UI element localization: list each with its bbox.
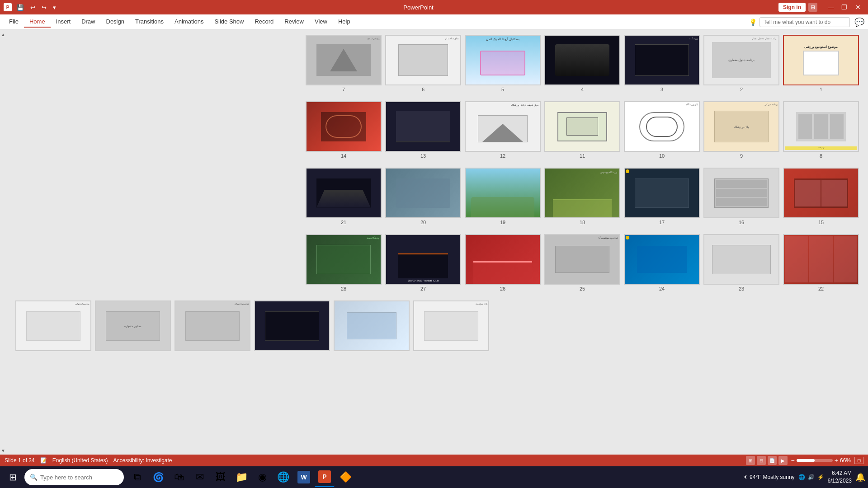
- language-indicator[interactable]: English (United States): [52, 457, 108, 464]
- tab-home[interactable]: Home: [24, 16, 51, 28]
- customize-quick-access[interactable]: ▾: [51, 3, 58, 12]
- tab-help[interactable]: Help: [333, 16, 356, 28]
- taskbar-app-edge[interactable]: 🌀: [148, 467, 168, 487]
- slide-thumb-10[interactable]: پلان ورزشگاه: [624, 101, 700, 152]
- slide-thumb-21[interactable]: [306, 168, 382, 218]
- close-button[interactable]: ✕: [852, 2, 864, 13]
- slide-item-20[interactable]: 20: [385, 168, 461, 225]
- slide-thumb-8[interactable]: توضیحات: [783, 101, 859, 152]
- tab-design[interactable]: Design: [101, 16, 130, 28]
- slide-item-4[interactable]: 4: [544, 35, 620, 92]
- notification-center-button[interactable]: 🔔: [855, 472, 865, 482]
- comment-button[interactable]: 💬: [854, 17, 864, 27]
- slide-grid[interactable]: موضوع استودیوم ورزشی 1 برنامه جدول معمار…: [6, 30, 868, 455]
- reading-view-icon[interactable]: 📄: [768, 456, 777, 465]
- slide-thumb-9[interactable]: پلان ورزشگاه برنامه فیزیکی: [703, 101, 779, 152]
- slide-thumb-14[interactable]: [306, 101, 382, 152]
- slide-item-27[interactable]: JUVENTUS Football Club 27: [385, 234, 461, 291]
- start-button[interactable]: ⊞: [3, 467, 23, 487]
- slide-thumb-15[interactable]: [783, 168, 859, 218]
- slide-thumb-3[interactable]: ورزشگاه: [624, 35, 700, 85]
- restore-button[interactable]: ❐: [838, 2, 851, 13]
- slide-item-7[interactable]: پوشش سقف 7: [306, 35, 382, 92]
- taskbar-app-arc[interactable]: 🌐: [273, 467, 293, 487]
- slide-thumb-25[interactable]: استادیوم یوونتوس آنا: [544, 234, 620, 285]
- slide-item-5[interactable]: بسکتبال آزو تا المپیک لندن 5: [465, 35, 541, 92]
- slide-thumb-5[interactable]: بسکتبال آزو تا المپیک لندن: [465, 35, 541, 85]
- slide-thumb-32[interactable]: نمای ساختمان: [175, 300, 250, 351]
- tab-slideshow[interactable]: Slide Show: [209, 16, 249, 28]
- slide-thumb-6[interactable]: نمای ساختمان: [385, 35, 461, 85]
- slide-thumb-28[interactable]: ورزشگاه سبز: [306, 234, 382, 285]
- slide-thumb-22[interactable]: [783, 234, 859, 285]
- slide-item-13[interactable]: 13: [385, 101, 461, 159]
- slide-thumb-30[interactable]: [334, 300, 410, 351]
- tell-me-input[interactable]: [760, 17, 850, 27]
- slide-item-34[interactable]: محاسبات نهایی: [15, 300, 91, 351]
- ribbon-display-options[interactable]: ⊟: [808, 3, 817, 12]
- slide-thumb-23[interactable]: [703, 234, 779, 285]
- slide-thumb-31[interactable]: [254, 300, 330, 351]
- network-icon[interactable]: 🌐: [798, 474, 805, 480]
- slide-item-26[interactable]: 26: [465, 234, 541, 291]
- slide-thumb-29[interactable]: پلان موقعیت: [413, 300, 489, 351]
- slide-thumb-13[interactable]: [385, 101, 461, 152]
- accessibility-indicator[interactable]: Accessibility: Investigate: [113, 457, 172, 464]
- slide-thumb-19[interactable]: [465, 168, 541, 218]
- slide-item-8[interactable]: توضیحات 8: [783, 101, 859, 159]
- taskbar-app-chrome[interactable]: ◉: [252, 467, 272, 487]
- taskbar-app-vlc[interactable]: 🔶: [335, 467, 355, 487]
- minimize-button[interactable]: —: [825, 2, 837, 13]
- tab-insert[interactable]: Insert: [51, 16, 76, 28]
- tab-view[interactable]: View: [309, 16, 333, 28]
- zoom-in-button[interactable]: +: [835, 457, 838, 464]
- slide-thumb-18[interactable]: ورزشگاه یوونتوس: [544, 168, 620, 218]
- tab-file[interactable]: File: [4, 16, 24, 28]
- taskbar-app-powerpoint[interactable]: P: [315, 467, 335, 487]
- slide-item-12[interactable]: برش عرضی از داخل ورزشگاه 12: [465, 101, 541, 159]
- slide-item-25[interactable]: استادیوم یوونتوس آنا 25: [544, 234, 620, 291]
- slide-thumb-27[interactable]: JUVENTUS Football Club: [385, 234, 461, 285]
- tab-draw[interactable]: Draw: [76, 16, 100, 28]
- slide-thumb-20[interactable]: [385, 168, 461, 218]
- zoom-slider[interactable]: [797, 459, 833, 462]
- slide-item-2[interactable]: برنامه جدول معماری برنامه مجمل مجمل مجمل…: [703, 35, 779, 92]
- slide-item-9[interactable]: پلان ورزشگاه برنامه فیزیکی 9: [703, 101, 779, 159]
- slide-item-11[interactable]: 11: [544, 101, 620, 159]
- slide-thumb-17[interactable]: [624, 168, 700, 218]
- presenter-view-icon[interactable]: ▶: [778, 456, 788, 465]
- slide-item-6[interactable]: نمای ساختمان 6: [385, 35, 461, 92]
- search-bar[interactable]: 🔍: [24, 469, 124, 485]
- slide-item-21[interactable]: 21: [306, 168, 382, 225]
- fit-slide-button[interactable]: ⊡: [854, 457, 863, 464]
- taskbar-app-photos[interactable]: 🖼: [211, 467, 231, 487]
- slide-thumb-33[interactable]: تصاویر ماهواره: [95, 300, 171, 351]
- slide-item-24[interactable]: 24: [624, 234, 700, 291]
- slide-item-23[interactable]: 23: [703, 234, 779, 291]
- slide-item-14[interactable]: 14: [306, 101, 382, 159]
- scroll-down-arrow[interactable]: ▼: [0, 447, 6, 454]
- taskbar-app-task-view[interactable]: ⧉: [127, 467, 147, 487]
- normal-view-icon[interactable]: ⊞: [746, 456, 755, 465]
- slide-thumb-7[interactable]: پوشش سقف: [306, 35, 382, 85]
- slide-item-22[interactable]: 22: [783, 234, 859, 291]
- slide-thumb-2[interactable]: برنامه جدول معماری برنامه مجمل مجمل مجمل: [703, 35, 779, 85]
- slide-item-33[interactable]: تصاویر ماهواره: [95, 300, 171, 351]
- undo-button[interactable]: ↩: [28, 3, 38, 12]
- slide-item-28[interactable]: ورزشگاه سبز 28: [306, 234, 382, 291]
- slide-item-15[interactable]: 15: [783, 168, 859, 225]
- slide-item-30[interactable]: [334, 300, 410, 351]
- slide-thumb-11[interactable]: [544, 101, 620, 152]
- taskbar-app-mail[interactable]: ✉: [190, 467, 210, 487]
- search-input[interactable]: [40, 474, 118, 481]
- zoom-out-button[interactable]: −: [791, 457, 795, 464]
- slide-item-19[interactable]: 19: [465, 168, 541, 225]
- slide-sorter-icon[interactable]: ⊟: [757, 456, 766, 465]
- slide-item-10[interactable]: پلان ورزشگاه 10: [624, 101, 700, 159]
- slide-item-32[interactable]: نمای ساختمان: [175, 300, 250, 351]
- slide-item-29[interactable]: پلان موقعیت: [413, 300, 489, 351]
- slide-item-18[interactable]: ورزشگاه یوونتوس 18: [544, 168, 620, 225]
- slide-item-16[interactable]: 16: [703, 168, 779, 225]
- slide-thumb-1[interactable]: موضوع استودیوم ورزشی: [783, 35, 859, 85]
- tab-transitions[interactable]: Transitions: [130, 16, 169, 28]
